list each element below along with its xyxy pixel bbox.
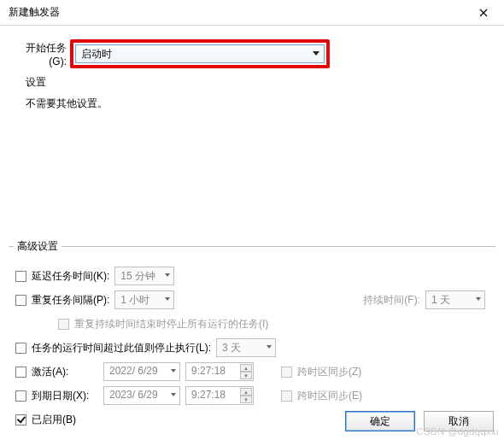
start-task-label: 开始任务(G): [9, 41, 70, 67]
enabled-label: 已启用(B) [32, 413, 76, 427]
stop-after-dropdown[interactable]: 3 天 [216, 338, 276, 357]
expire-checkbox[interactable] [15, 390, 26, 402]
basic-settings-heading: 设置 [26, 75, 495, 90]
expire-date-value: 2023/ 6/29 [109, 389, 158, 401]
stop-after-row: 任务的运行时间超过此值则停止执行(L): 3 天 [14, 337, 490, 358]
repeat-row: 重复任务间隔(P): 1 小时 持续时间(F): 1 天 [14, 290, 490, 310]
delay-value: 15 分钟 [120, 270, 155, 282]
repeat-duration-label: 持续时间(F): [363, 293, 420, 308]
chevron-down-icon [165, 273, 170, 277]
repeat-duration-value: 1 天 [431, 294, 450, 306]
title-bar: 新建触发器 [0, 0, 504, 26]
close-button[interactable] [465, 1, 502, 25]
expire-label: 到期日期(X): [32, 389, 98, 403]
activate-time-value: 9:27:18 [191, 365, 226, 377]
activate-checkbox[interactable] [15, 367, 26, 378]
stop-after-value: 3 天 [222, 342, 241, 354]
repeat-interval-value: 1 小时 [120, 294, 149, 306]
stop-repeat-row: 重复持续时间结束时停止所有运行的任务(I) [14, 314, 490, 334]
repeat-duration-dropdown[interactable]: 1 天 [425, 290, 485, 309]
stop-repeat-label: 重复持续时间结束时停止所有运行的任务(I) [74, 317, 268, 331]
start-task-row: 开始任务(G): 启动时 [9, 39, 495, 68]
start-task-value: 启动时 [81, 48, 112, 60]
advanced-settings-group: 高级设置 延迟任务时间(K): 15 分钟 重复任务间隔(P): 1 小时 持续… [9, 239, 495, 433]
activate-date-value: 2022/ 6/29 [109, 365, 158, 377]
stop-after-label: 任务的运行时间超过此值则停止执行(L): [32, 341, 211, 355]
basic-settings-text: 不需要其他设置。 [26, 97, 495, 111]
repeat-checkbox[interactable] [15, 295, 26, 306]
activate-time-picker[interactable]: 9:27:18 ▲▼ [185, 362, 254, 381]
spinner-icon[interactable]: ▲▼ [240, 364, 252, 379]
chevron-down-icon [267, 345, 272, 349]
repeat-label: 重复任务间隔(P): [32, 293, 109, 308]
advanced-settings-legend: 高级设置 [14, 239, 62, 254]
activate-tz-group: 跨时区同步(Z) [279, 365, 361, 379]
start-task-dropdown[interactable]: 启动时 [75, 44, 325, 63]
repeat-interval-dropdown[interactable]: 1 小时 [114, 290, 174, 309]
window-title: 新建触发器 [9, 5, 60, 20]
ok-button[interactable]: 确定 [345, 411, 415, 431]
chevron-down-icon [171, 369, 176, 373]
activate-tz-checkbox [281, 367, 292, 378]
delay-checkbox[interactable] [15, 271, 26, 282]
stop-after-checkbox[interactable] [15, 343, 26, 354]
stop-repeat-checkbox [58, 319, 69, 330]
chevron-down-icon [476, 297, 481, 301]
highlight-box: 启动时 [70, 39, 330, 68]
delay-dropdown[interactable]: 15 分钟 [114, 267, 174, 285]
expire-tz-checkbox [281, 390, 292, 402]
expire-tz-label: 跨时区同步(E) [297, 389, 362, 403]
close-icon [479, 9, 488, 17]
expire-date-picker[interactable]: 2023/ 6/29 [103, 386, 180, 405]
chevron-down-icon [165, 297, 170, 301]
expire-row: 到期日期(X): 2023/ 6/29 9:27:18 ▲▼ 跨时区同步(E) [14, 385, 490, 406]
enabled-checkbox[interactable] [15, 414, 26, 425]
activate-label: 激活(A): [32, 365, 98, 379]
activate-tz-label: 跨时区同步(Z) [297, 365, 361, 379]
activate-row: 激活(A): 2022/ 6/29 9:27:18 ▲▼ 跨时区同步(Z) [14, 361, 490, 382]
chevron-down-icon [313, 51, 319, 56]
delay-label: 延迟任务时间(K): [32, 269, 109, 284]
activate-date-picker[interactable]: 2022/ 6/29 [103, 362, 180, 381]
spinner-icon[interactable]: ▲▼ [240, 388, 252, 403]
dialog-content: 开始任务(G): 启动时 设置 不需要其他设置。 高级设置 延迟任务时间(K):… [0, 26, 504, 433]
expire-time-picker[interactable]: 9:27:18 ▲▼ [185, 386, 254, 405]
delay-row: 延迟任务时间(K): 15 分钟 [14, 266, 490, 286]
dialog-buttons: 确定 取消 [345, 411, 494, 431]
cancel-button[interactable]: 取消 [424, 411, 494, 431]
repeat-duration-group: 持续时间(F): 1 天 [363, 290, 485, 309]
chevron-down-icon [171, 393, 176, 396]
expire-time-value: 9:27:18 [191, 389, 226, 401]
expire-tz-group: 跨时区同步(E) [279, 389, 362, 403]
